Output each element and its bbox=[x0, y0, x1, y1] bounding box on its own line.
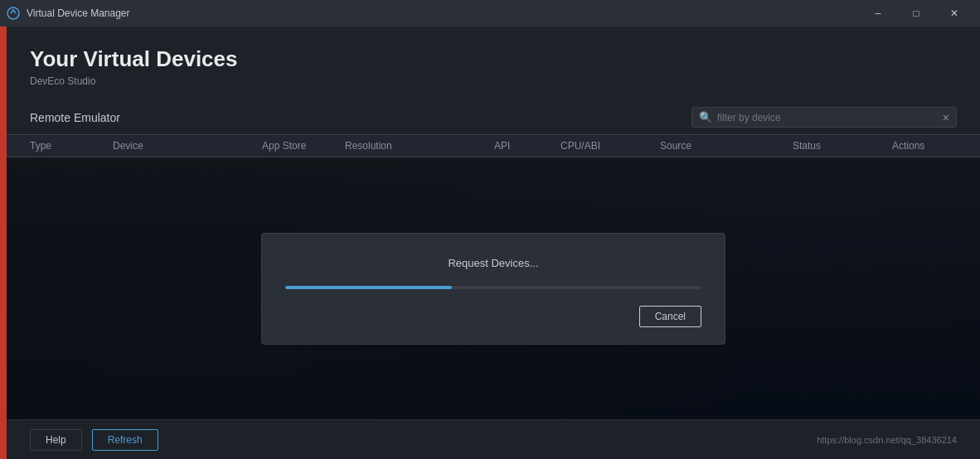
main-content: Your Virtual Devices DevEco Studio Remot… bbox=[7, 27, 980, 459]
search-box: 🔍 × bbox=[691, 107, 957, 128]
app-icon bbox=[7, 7, 20, 20]
refresh-button[interactable]: Refresh bbox=[92, 429, 158, 451]
modal-overlay: Request Devices... Cancel bbox=[7, 157, 980, 419]
bottom-bar: Help Refresh https://blog.csdn.net/qq_38… bbox=[7, 419, 980, 459]
toolbar: Remote Emulator 🔍 × bbox=[7, 100, 980, 134]
app-title: Virtual Device Manager bbox=[27, 7, 130, 19]
modal-title: Request Devices... bbox=[285, 257, 701, 269]
col-api: API bbox=[494, 140, 560, 152]
search-icon: 🔍 bbox=[699, 111, 712, 123]
header-area: Your Virtual Devices DevEco Studio bbox=[7, 27, 980, 100]
left-accent-bar bbox=[0, 27, 7, 459]
search-input[interactable] bbox=[717, 112, 938, 123]
footer-link: https://blog.csdn.net/qq_38436214 bbox=[817, 435, 957, 445]
col-source: Source bbox=[660, 140, 793, 152]
col-resolution: Resolution bbox=[345, 140, 494, 152]
section-title: Remote Emulator bbox=[30, 111, 120, 124]
col-device: Device bbox=[113, 140, 262, 152]
progress-bar-container bbox=[285, 286, 701, 289]
modal-footer: Cancel bbox=[285, 306, 701, 327]
title-bar-left: Virtual Device Manager bbox=[7, 7, 130, 20]
title-bar: Virtual Device Manager – □ ✕ bbox=[0, 0, 980, 27]
progress-bar-fill bbox=[285, 286, 452, 289]
window-controls: – □ ✕ bbox=[859, 0, 973, 27]
col-cpuabi: CPU/ABI bbox=[560, 140, 660, 152]
page-subtitle: DevEco Studio bbox=[30, 75, 957, 87]
close-button[interactable]: ✕ bbox=[935, 0, 973, 27]
search-clear-icon[interactable]: × bbox=[943, 112, 949, 123]
col-status: Status bbox=[793, 140, 892, 152]
request-devices-dialog: Request Devices... Cancel bbox=[261, 233, 725, 345]
col-actions: Actions bbox=[892, 140, 980, 152]
table-header: Type Device App Store Resolution API CPU… bbox=[7, 134, 980, 157]
minimize-button[interactable]: – bbox=[859, 0, 897, 27]
help-button[interactable]: Help bbox=[30, 429, 82, 451]
table-body: Request Devices... Cancel bbox=[7, 157, 980, 419]
page-title: Your Virtual Devices bbox=[30, 46, 957, 72]
col-type: Type bbox=[30, 140, 113, 152]
cancel-button[interactable]: Cancel bbox=[639, 306, 701, 327]
maximize-button[interactable]: □ bbox=[897, 0, 935, 27]
col-appstore: App Store bbox=[262, 140, 345, 152]
